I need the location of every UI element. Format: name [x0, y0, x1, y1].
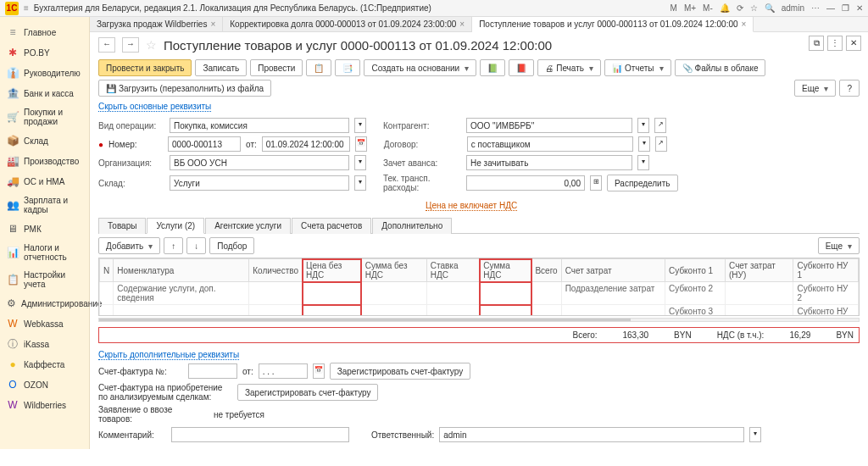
- contr-input[interactable]: [466, 118, 632, 133]
- dt-kt-button[interactable]: 📋: [306, 59, 331, 76]
- advance-input[interactable]: [466, 155, 632, 170]
- date-pick[interactable]: 📅: [355, 136, 367, 152]
- inner-tab-1[interactable]: Услуги (2): [147, 218, 204, 234]
- advance-dd[interactable]: ▾: [637, 155, 649, 170]
- reg-sf-button[interactable]: Зарегистрировать счет-фактуру: [330, 363, 470, 380]
- more-button[interactable]: Еще: [794, 80, 836, 97]
- sidebar-item-14[interactable]: ⓘiKassa: [0, 334, 89, 354]
- price-notice-link[interactable]: Цена не включает НДС: [426, 201, 517, 211]
- more-menu-icon[interactable]: ⋮: [827, 36, 843, 51]
- org-dd[interactable]: ▾: [354, 155, 366, 170]
- favorite-icon[interactable]: ☆: [146, 38, 157, 52]
- settings-icon[interactable]: ⋯: [811, 3, 820, 13]
- history-icon[interactable]: ⟳: [737, 3, 743, 13]
- sidebar-item-6[interactable]: 🏭Производство: [0, 151, 89, 171]
- mem-m[interactable]: M: [670, 3, 677, 13]
- col-header[interactable]: Количество: [249, 259, 303, 282]
- doc-tab-1[interactable]: Корректировка долга 0000-000013 от 01.09…: [223, 17, 472, 31]
- down-button[interactable]: ↓: [186, 237, 206, 254]
- col-header[interactable]: Цена без НДС: [303, 259, 362, 282]
- col-header[interactable]: Субконто 1: [665, 259, 726, 282]
- col-header[interactable]: Субконто НУ 1: [793, 259, 859, 282]
- contract-dd[interactable]: ▾: [638, 136, 650, 152]
- sf-number-input[interactable]: [188, 363, 237, 379]
- hide-extra-link[interactable]: Скрыть дополнительные реквизиты: [98, 350, 239, 360]
- services-grid[interactable]: NНоменклатураКоличествоЦена без НДССумма…: [98, 258, 860, 316]
- sidebar-item-16[interactable]: OOZON: [0, 374, 89, 395]
- contract-input[interactable]: [467, 136, 633, 152]
- doc-tab-0[interactable]: Загрузка продаж Wildberries×: [90, 17, 223, 31]
- close-icon[interactable]: ✕: [856, 3, 863, 13]
- user-label[interactable]: admin: [782, 3, 804, 13]
- contract-open[interactable]: ↗: [655, 136, 667, 152]
- texp-input[interactable]: [466, 175, 585, 191]
- inner-tab-3[interactable]: Счета расчетов: [292, 218, 371, 234]
- number-input[interactable]: [168, 136, 241, 152]
- maximize-icon[interactable]: ❐: [842, 3, 849, 13]
- tab-close-icon[interactable]: ×: [459, 19, 465, 29]
- cloud-files-button[interactable]: 📎 Файлы в облаке: [675, 59, 766, 76]
- col-header[interactable]: Счет затрат (НУ): [726, 259, 793, 282]
- inner-tab-2[interactable]: Агентские услуги: [205, 218, 291, 234]
- pick-button[interactable]: Подбор: [209, 237, 254, 254]
- print-button[interactable]: 🖨 Печать: [537, 59, 601, 76]
- hamburger-icon[interactable]: ≡: [24, 3, 29, 13]
- contr-open[interactable]: ↗: [654, 118, 666, 133]
- horizontal-scrollbar[interactable]: [98, 318, 860, 322]
- nav-back[interactable]: ←: [98, 37, 115, 53]
- sidebar-item-1[interactable]: ✱PO.BY: [0, 42, 89, 63]
- sidebar-item-0[interactable]: ≡Главное: [0, 22, 89, 42]
- sidebar-item-17[interactable]: WWildberries: [0, 395, 89, 415]
- write-button[interactable]: Записать: [195, 59, 247, 76]
- warehouse-dd[interactable]: ▾: [354, 175, 366, 191]
- sidebar-item-12[interactable]: ⚙Администрирование: [0, 293, 89, 313]
- sidebar-item-9[interactable]: 🖥РМК: [0, 219, 89, 239]
- mem-mplus[interactable]: M+: [684, 3, 696, 13]
- reg-sf2-button[interactable]: Зарегистрировать счет-фактуру: [237, 384, 378, 401]
- col-header[interactable]: N: [100, 259, 114, 282]
- col-header[interactable]: Ставка НДС: [426, 259, 479, 282]
- col-header[interactable]: Номенклатура: [114, 259, 249, 282]
- add-button[interactable]: Добавить: [98, 237, 160, 254]
- load-file-button[interactable]: 💾 Загрузить (перезаполнить) из файла: [98, 80, 271, 97]
- search-icon[interactable]: 🔍: [765, 3, 775, 13]
- warehouse-input[interactable]: [170, 175, 349, 191]
- reports-button[interactable]: 📊 Отчеты: [604, 59, 671, 76]
- col-header[interactable]: Всего: [531, 259, 561, 282]
- sidebar-item-11[interactable]: 📋Настройки учета: [0, 266, 89, 293]
- doc-tab-2[interactable]: Поступление товаров и услуг 0000-000113 …: [472, 17, 754, 32]
- grid-more-button[interactable]: Еще: [818, 237, 860, 254]
- sidebar-item-15[interactable]: ●Каффеста: [0, 354, 89, 374]
- nav-fwd[interactable]: →: [122, 37, 139, 53]
- date-input[interactable]: [262, 136, 350, 152]
- star-icon[interactable]: ☆: [750, 3, 758, 13]
- sidebar-item-5[interactable]: 📦Склад: [0, 130, 89, 151]
- mem-mminus[interactable]: M-: [703, 3, 713, 13]
- sidebar-item-4[interactable]: 🛒Покупки и продажи: [0, 103, 89, 130]
- help-button[interactable]: ?: [839, 80, 860, 97]
- op-type-input[interactable]: [170, 118, 349, 133]
- inner-tab-0[interactable]: Товары: [98, 218, 146, 234]
- minimize-icon[interactable]: —: [826, 3, 835, 13]
- sidebar-item-13[interactable]: WWebkassa: [0, 313, 89, 334]
- resp-input[interactable]: [439, 427, 744, 442]
- post-button[interactable]: Провести: [250, 59, 303, 76]
- post-close-button[interactable]: Провести и закрыть: [98, 59, 192, 76]
- col-header[interactable]: Счет затрат: [561, 259, 665, 282]
- resp-dd[interactable]: ▾: [749, 427, 761, 442]
- excel-button[interactable]: 📗: [480, 59, 505, 76]
- op-type-dd[interactable]: ▾: [354, 118, 366, 133]
- sidebar-item-10[interactable]: 📊Налоги и отчетность: [0, 239, 89, 266]
- sidebar-item-3[interactable]: 🏦Банк и касса: [0, 83, 89, 103]
- col-header[interactable]: Сумма НДС: [480, 259, 531, 282]
- sf-date-input[interactable]: [259, 363, 308, 379]
- tab-close-icon[interactable]: ×: [742, 19, 747, 29]
- pdf-button[interactable]: 📕: [509, 59, 534, 76]
- sidebar-item-8[interactable]: 👥Зарплата и кадры: [0, 191, 89, 219]
- up-button[interactable]: ↑: [164, 237, 183, 254]
- texp-calc[interactable]: ⊞: [590, 175, 602, 191]
- distribute-button[interactable]: Распределить: [607, 175, 678, 191]
- tab-close-icon[interactable]: ×: [210, 19, 215, 29]
- col-header[interactable]: Сумма без НДС: [361, 259, 426, 282]
- structure-button[interactable]: 📑: [335, 59, 360, 76]
